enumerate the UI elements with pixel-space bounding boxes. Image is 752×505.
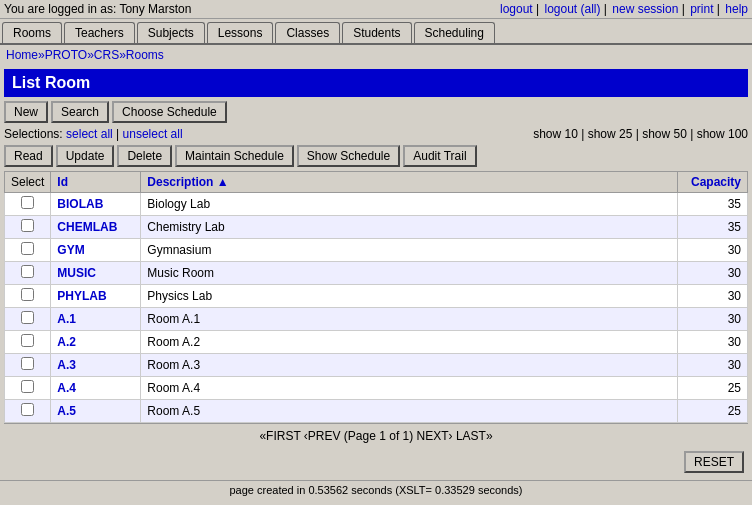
nav-tab-teachers[interactable]: Teachers xyxy=(64,22,135,43)
row-checkbox[interactable] xyxy=(21,380,34,393)
selections-left: Selections: select all | unselect all xyxy=(4,127,183,141)
row-id-link[interactable]: A.3 xyxy=(57,358,76,372)
table-row: A.4Room A.425 xyxy=(5,377,748,400)
header-description: Description ▲ xyxy=(141,172,678,193)
row-description-cell: Room A.4 xyxy=(141,377,678,400)
row-description-cell: Room A.2 xyxy=(141,331,678,354)
delete-button[interactable]: Delete xyxy=(117,145,172,167)
table-row: PHYLABPhysics Lab30 xyxy=(5,285,748,308)
choose-schedule-button[interactable]: Choose Schedule xyxy=(112,101,227,123)
selections-label: Selections: xyxy=(4,127,63,141)
new-session-link[interactable]: new session xyxy=(612,2,678,16)
table-header-row: Select Id Description ▲ Capacity xyxy=(5,172,748,193)
row-description-cell: Biology Lab xyxy=(141,193,678,216)
read-button[interactable]: Read xyxy=(4,145,53,167)
maintain-schedule-button[interactable]: Maintain Schedule xyxy=(175,145,294,167)
print-link[interactable]: print xyxy=(690,2,713,16)
table-row: GYMGymnasium30 xyxy=(5,239,748,262)
reset-button[interactable]: RESET xyxy=(684,451,744,473)
row-id-link[interactable]: BIOLAB xyxy=(57,197,103,211)
row-capacity-cell: 30 xyxy=(678,354,748,377)
header-capacity: Capacity xyxy=(678,172,748,193)
row-checkbox[interactable] xyxy=(21,265,34,278)
page-title: List Room xyxy=(4,69,748,97)
nav-tab-classes[interactable]: Classes xyxy=(275,22,340,43)
search-button[interactable]: Search xyxy=(51,101,109,123)
row-select-cell xyxy=(5,262,51,285)
row-id-link[interactable]: PHYLAB xyxy=(57,289,106,303)
row-capacity-cell: 30 xyxy=(678,308,748,331)
footer-text: page created in 0.53562 seconds (XSLT= 0… xyxy=(229,484,522,496)
row-capacity-cell: 30 xyxy=(678,331,748,354)
update-button[interactable]: Update xyxy=(56,145,115,167)
row-select-cell xyxy=(5,308,51,331)
row-description-cell: Room A.3 xyxy=(141,354,678,377)
row-id-link[interactable]: GYM xyxy=(57,243,84,257)
row-id-link[interactable]: CHEMLAB xyxy=(57,220,117,234)
nav-tab-scheduling[interactable]: Scheduling xyxy=(414,22,495,43)
row-checkbox[interactable] xyxy=(21,403,34,416)
help-link[interactable]: help xyxy=(725,2,748,16)
row-select-cell xyxy=(5,400,51,423)
row-capacity-cell: 35 xyxy=(678,193,748,216)
row-capacity-cell: 30 xyxy=(678,285,748,308)
action-bar: Read Update Delete Maintain Schedule Sho… xyxy=(4,145,748,167)
row-checkbox[interactable] xyxy=(21,311,34,324)
row-capacity-cell: 30 xyxy=(678,262,748,285)
row-checkbox[interactable] xyxy=(21,219,34,232)
row-checkbox[interactable] xyxy=(21,334,34,347)
row-description-cell: Music Room xyxy=(141,262,678,285)
row-id-link[interactable]: A.5 xyxy=(57,404,76,418)
row-select-cell xyxy=(5,377,51,400)
row-checkbox[interactable] xyxy=(21,242,34,255)
table-row: A.3Room A.330 xyxy=(5,354,748,377)
sort-id-link[interactable]: Id xyxy=(57,175,68,189)
top-bar-links: logout | logout (all) | new session | pr… xyxy=(498,2,748,16)
row-id-cell: A.2 xyxy=(51,331,141,354)
unselect-all-link[interactable]: unselect all xyxy=(123,127,183,141)
row-select-cell xyxy=(5,239,51,262)
row-id-cell: CHEMLAB xyxy=(51,216,141,239)
table-body: BIOLABBiology Lab35CHEMLABChemistry Lab3… xyxy=(5,193,748,423)
show-options: show 10 | show 25 | show 50 | show 100 xyxy=(533,127,748,141)
toolbar: New Search Choose Schedule xyxy=(4,101,748,123)
data-table: Select Id Description ▲ Capacity BIOLABB… xyxy=(4,171,748,423)
breadcrumb-text: Home»PROTO»CRS»Rooms xyxy=(6,48,164,62)
top-bar: You are logged in as: Tony Marston logou… xyxy=(0,0,752,19)
table-row: CHEMLABChemistry Lab35 xyxy=(5,216,748,239)
reset-bar: RESET xyxy=(4,448,748,476)
sort-desc-link[interactable]: Description ▲ xyxy=(147,175,228,189)
logout-link[interactable]: logout xyxy=(500,2,533,16)
row-checkbox[interactable] xyxy=(21,288,34,301)
row-select-cell xyxy=(5,216,51,239)
logout-all-link[interactable]: logout (all) xyxy=(545,2,601,16)
row-id-link[interactable]: A.1 xyxy=(57,312,76,326)
sort-cap-link[interactable]: Capacity xyxy=(691,175,741,189)
row-id-link[interactable]: A.2 xyxy=(57,335,76,349)
row-id-cell: MUSIC xyxy=(51,262,141,285)
nav-tab-rooms[interactable]: Rooms xyxy=(2,22,62,43)
row-checkbox[interactable] xyxy=(21,357,34,370)
nav-tab-subjects[interactable]: Subjects xyxy=(137,22,205,43)
row-description-cell: Chemistry Lab xyxy=(141,216,678,239)
nav-tab-lessons[interactable]: Lessons xyxy=(207,22,274,43)
row-id-link[interactable]: A.4 xyxy=(57,381,76,395)
audit-trail-button[interactable]: Audit Trail xyxy=(403,145,476,167)
nav-tab-students[interactable]: Students xyxy=(342,22,411,43)
selections-bar: Selections: select all | unselect all sh… xyxy=(4,127,748,141)
row-checkbox[interactable] xyxy=(21,196,34,209)
row-capacity-cell: 35 xyxy=(678,216,748,239)
row-capacity-cell: 25 xyxy=(678,377,748,400)
table-row: A.1Room A.130 xyxy=(5,308,748,331)
row-id-cell: A.5 xyxy=(51,400,141,423)
new-button[interactable]: New xyxy=(4,101,48,123)
select-all-link[interactable]: select all xyxy=(66,127,113,141)
row-id-link[interactable]: MUSIC xyxy=(57,266,96,280)
table-row: A.5Room A.525 xyxy=(5,400,748,423)
header-id: Id xyxy=(51,172,141,193)
row-id-cell: A.1 xyxy=(51,308,141,331)
show-options-text: show 10 | show 25 | show 50 | show 100 xyxy=(533,127,748,141)
show-schedule-button[interactable]: Show Schedule xyxy=(297,145,400,167)
main-content: List Room New Search Choose Schedule Sel… xyxy=(0,65,752,480)
table-row: BIOLABBiology Lab35 xyxy=(5,193,748,216)
